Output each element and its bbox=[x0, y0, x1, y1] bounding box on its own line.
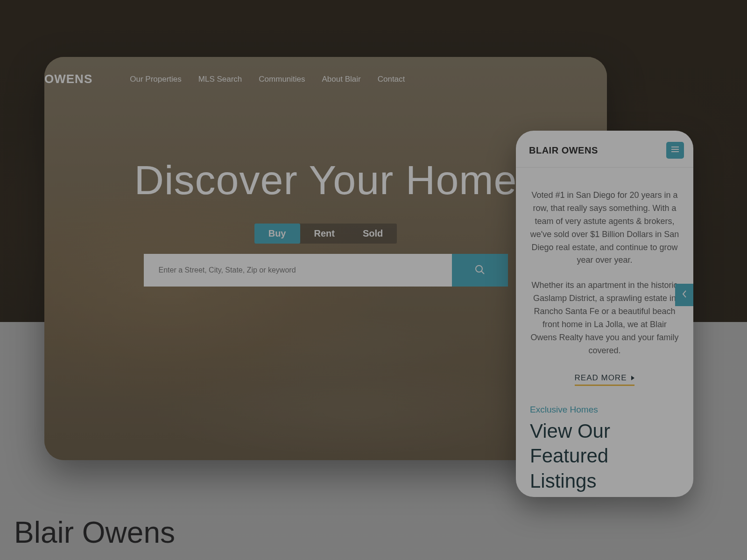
featured-listings-heading: View Our Featured Listings bbox=[530, 419, 679, 494]
read-more-link[interactable]: READ MORE bbox=[575, 373, 635, 386]
search-tabs: Buy Rent Sold bbox=[254, 224, 397, 244]
nav-mls-search[interactable]: MLS Search bbox=[198, 75, 242, 84]
read-more-label: READ MORE bbox=[575, 373, 627, 383]
nav-about-blair[interactable]: About Blair bbox=[322, 75, 361, 84]
nav-communities[interactable]: Communities bbox=[259, 75, 305, 84]
search-input[interactable] bbox=[144, 254, 452, 287]
caret-right-icon bbox=[631, 376, 634, 380]
featured-listings-section: Exclusive Homes View Our Featured Listin… bbox=[516, 386, 693, 494]
about-paragraph-1: Voted #1 in San Diego for 20 years in a … bbox=[529, 189, 680, 267]
chevron-left-icon bbox=[682, 290, 687, 300]
tab-buy[interactable]: Buy bbox=[254, 224, 300, 244]
desktop-header: OWENS Our Properties MLS Search Communit… bbox=[44, 57, 607, 86]
search-button[interactable] bbox=[452, 254, 508, 287]
nav-our-properties[interactable]: Our Properties bbox=[130, 75, 182, 84]
side-panel-toggle[interactable] bbox=[675, 284, 693, 306]
tab-sold[interactable]: Sold bbox=[349, 224, 397, 244]
site-logo: OWENS bbox=[44, 72, 92, 86]
menu-button[interactable] bbox=[666, 142, 684, 159]
about-paragraph-2: Whether its an apartment in the historic… bbox=[529, 279, 680, 357]
page-title: Blair Owens bbox=[14, 515, 175, 550]
tab-rent[interactable]: Rent bbox=[300, 224, 349, 244]
main-nav: Our Properties MLS Search Communities Ab… bbox=[130, 75, 405, 84]
mobile-body: Voted #1 in San Diego for 20 years in a … bbox=[516, 168, 693, 386]
svg-point-0 bbox=[476, 266, 482, 272]
nav-contact[interactable]: Contact bbox=[378, 75, 405, 84]
svg-line-1 bbox=[481, 271, 484, 274]
mobile-header: BLAIR OWENS bbox=[516, 131, 693, 168]
mobile-logo: BLAIR OWENS bbox=[529, 145, 598, 156]
mobile-preview-card: BLAIR OWENS Voted #1 in San Diego for 20… bbox=[516, 131, 693, 497]
section-eyebrow: Exclusive Homes bbox=[530, 405, 679, 415]
hero-title: Discover Your Home bbox=[63, 156, 588, 204]
hamburger-icon bbox=[671, 146, 679, 154]
search-icon bbox=[474, 264, 486, 277]
search-bar bbox=[144, 254, 508, 287]
